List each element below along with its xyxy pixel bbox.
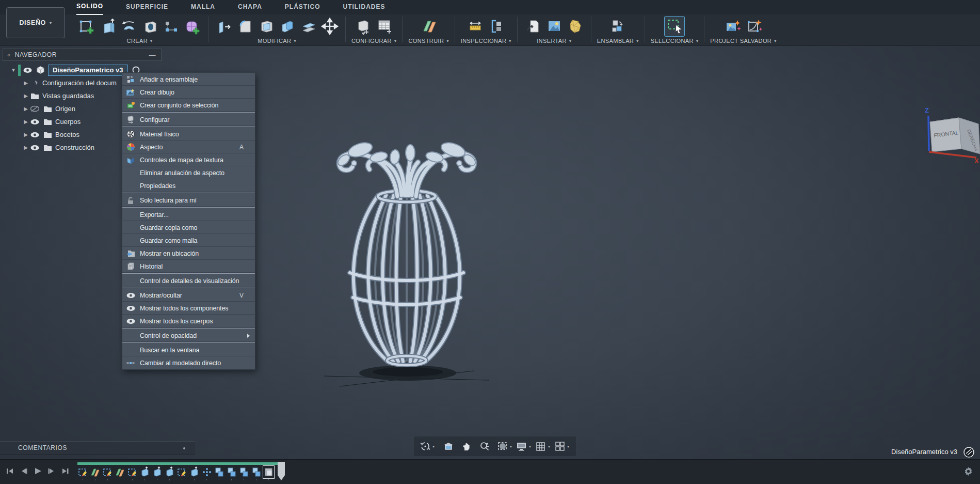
eye-icon[interactable] xyxy=(29,130,40,139)
viewports-dropdown-caret-icon[interactable]: ▾ xyxy=(567,444,569,449)
eye-icon[interactable] xyxy=(29,117,40,127)
step-forward-icon[interactable] xyxy=(47,466,56,476)
collapse-panel-icon[interactable]: « xyxy=(7,52,11,58)
display-dropdown-caret-icon[interactable]: ▾ xyxy=(529,444,531,449)
play-icon[interactable] xyxy=(33,466,42,476)
rectangular-pattern-icon[interactable] xyxy=(162,17,181,36)
menu-item-texture-map-controls[interactable]: Controles de mapa de textura xyxy=(122,153,255,166)
menu-item-show-hide[interactable]: Mostrar/ocultarV xyxy=(122,289,255,302)
look-at-icon[interactable] xyxy=(441,440,455,454)
create-form-icon[interactable] xyxy=(183,17,202,36)
timeline-feature-sketch[interactable] xyxy=(127,466,138,478)
step-back-icon[interactable] xyxy=(19,466,28,476)
timeline-feature-extrude[interactable] xyxy=(164,466,175,478)
fit-icon[interactable] xyxy=(495,440,509,454)
menu-item-create-drawing[interactable]: Crear dibujo xyxy=(122,86,255,99)
extrude-icon[interactable] xyxy=(98,17,118,36)
chevron-right-icon[interactable]: ▶ xyxy=(22,106,29,112)
design-workspace-button[interactable]: DISEÑO ▾ xyxy=(6,7,65,38)
menu-item-display-detail-control[interactable]: Control de detalles de visualización xyxy=(122,274,255,287)
timeline-feature-extrude[interactable] xyxy=(189,466,200,478)
menu-item-show-all-components[interactable]: Mostrar todos los componentes xyxy=(122,302,255,315)
tab-superficie[interactable]: SUPERFICIE xyxy=(126,0,168,14)
menu-item-appearance[interactable]: AspectoA xyxy=(122,140,255,153)
revolve-icon[interactable] xyxy=(119,17,139,36)
timeline-feature-pattern[interactable] xyxy=(201,466,212,478)
timeline-feature-sketch[interactable] xyxy=(77,466,88,478)
measure-icon[interactable] xyxy=(465,17,485,36)
menu-item-add-to-assembly[interactable]: Añadir a ensamblaje xyxy=(122,73,255,86)
viewports-icon[interactable] xyxy=(553,440,567,454)
menu-item-save-as-mesh[interactable]: Guardar como malla xyxy=(122,234,255,247)
timeline-feature-join[interactable] xyxy=(214,466,224,478)
group-label-ensamblar[interactable]: ENSAMBLAR▾ xyxy=(597,38,639,44)
group-label-construir[interactable]: CONSTRUIR▾ xyxy=(408,38,448,44)
timeline-feature-extrude[interactable] xyxy=(152,466,163,478)
ai-sketch-icon[interactable] xyxy=(744,17,764,36)
menu-item-read-only[interactable]: Solo lectura para mí xyxy=(122,194,255,207)
skip-end-icon[interactable] xyxy=(61,466,70,476)
orbit-icon[interactable] xyxy=(418,440,432,454)
comments-panel-bar[interactable]: COMENTARIOS xyxy=(0,441,195,455)
chevron-right-icon[interactable]: ▶ xyxy=(22,80,29,86)
timeline-feature-join[interactable] xyxy=(238,466,249,478)
menu-item-remove-appearance-override[interactable]: Eliminar anulación de aspecto xyxy=(122,166,255,179)
chevron-down-icon[interactable]: ▼ xyxy=(10,67,17,73)
timeline-feature-end[interactable] xyxy=(263,466,274,478)
pan-icon[interactable] xyxy=(459,440,473,454)
collaborator-avatar-icon[interactable] xyxy=(963,446,975,460)
combine-icon[interactable] xyxy=(278,17,297,36)
timeline-feature-plane[interactable] xyxy=(90,466,101,478)
create-sketch-icon[interactable] xyxy=(77,17,97,36)
menu-item-opacity-control[interactable]: Control de opacidad xyxy=(122,329,255,342)
menu-item-export[interactable]: Exportar... xyxy=(122,208,255,221)
hole-icon[interactable] xyxy=(140,17,160,36)
grid-dropdown-caret-icon[interactable]: ▾ xyxy=(548,444,550,449)
tab-chapa[interactable]: CHAPA xyxy=(238,0,262,14)
menu-item-save-copy-as[interactable]: Guardar copia como xyxy=(122,221,255,234)
group-label-insertar[interactable]: INSERTAR▾ xyxy=(537,38,571,44)
ai-render-icon[interactable] xyxy=(723,17,743,36)
press-pull-icon[interactable] xyxy=(214,17,234,36)
group-label-crear[interactable]: CREAR▾ xyxy=(127,38,153,44)
zoom-icon[interactable] xyxy=(477,440,491,454)
chevron-right-icon[interactable]: ▶ xyxy=(22,119,29,124)
timeline-playhead[interactable] xyxy=(278,462,285,480)
minimize-panel-icon[interactable]: — xyxy=(149,51,156,59)
menu-item-find-in-window[interactable]: Buscar en la ventana xyxy=(122,344,255,356)
group-label-seleccionar[interactable]: SELECCIONAR▾ xyxy=(651,38,699,44)
fit-dropdown-caret-icon[interactable]: ▾ xyxy=(510,444,512,449)
menu-item-physical-material[interactable]: Material físico xyxy=(122,128,255,140)
insert-derive-icon[interactable] xyxy=(523,17,543,36)
timeline-feature-join[interactable] xyxy=(251,466,262,478)
menu-drag-grip[interactable] xyxy=(183,447,185,449)
select-icon[interactable] xyxy=(665,17,684,36)
move-icon[interactable] xyxy=(320,17,340,36)
eye-icon[interactable] xyxy=(22,66,33,75)
tab-utilidades[interactable]: UTILIDADES xyxy=(343,0,385,14)
skip-start-icon[interactable] xyxy=(5,466,14,476)
menu-item-show-all-bodies[interactable]: Mostrar todos los cuerpos xyxy=(122,315,255,327)
offset-face-icon[interactable] xyxy=(299,17,318,36)
eye-slash-icon[interactable] xyxy=(29,104,40,114)
menu-item-configure[interactable]: Configurar xyxy=(122,113,255,126)
tab-malla[interactable]: MALLA xyxy=(191,0,215,14)
chevron-right-icon[interactable]: ▶ xyxy=(22,132,29,137)
fillet-icon[interactable] xyxy=(235,17,255,36)
timeline-settings-gear-icon[interactable] xyxy=(963,466,973,478)
timeline-feature-sketch[interactable] xyxy=(102,466,113,478)
chevron-right-icon[interactable]: ▶ xyxy=(22,93,29,99)
group-label-modificar[interactable]: MODIFICAR▾ xyxy=(258,38,296,44)
canvas-icon[interactable] xyxy=(544,17,564,36)
menu-item-show-in-location[interactable]: Mostrar en ubicación xyxy=(122,247,255,260)
configure-icon[interactable] xyxy=(354,17,373,36)
new-component-icon[interactable] xyxy=(608,17,628,36)
menu-item-history[interactable]: Historial xyxy=(122,260,255,273)
shell-icon[interactable] xyxy=(256,17,276,36)
chevron-right-icon[interactable]: ▶ xyxy=(22,145,29,150)
timeline-feature-join[interactable] xyxy=(226,466,237,478)
timeline-feature-plane[interactable] xyxy=(115,466,125,478)
section-analysis-icon[interactable] xyxy=(487,17,506,36)
menu-item-properties[interactable]: Propiedades xyxy=(122,179,255,192)
group-label-inspeccionar[interactable]: INSPECCIONAR▾ xyxy=(461,38,511,44)
